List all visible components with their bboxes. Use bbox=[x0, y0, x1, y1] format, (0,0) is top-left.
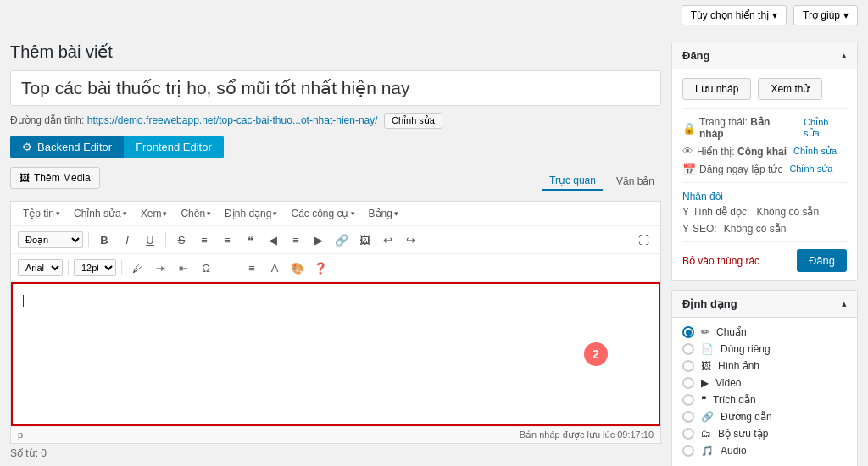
radio-audio[interactable] bbox=[682, 445, 694, 457]
bg-color-btn[interactable]: 🎨 bbox=[287, 258, 308, 278]
format-bosuutap-icon: 🗂 bbox=[701, 428, 711, 440]
menu-file[interactable]: Tệp tin ▾ bbox=[18, 205, 65, 222]
trash-link[interactable]: Bỏ vào thùng rác bbox=[682, 255, 760, 267]
menu-table[interactable]: Bảng ▾ bbox=[364, 205, 403, 222]
format-box: Định dạng ▴ ✏ Chuẩn 📄 Dùng riêng 🖼 Hìn bbox=[671, 290, 858, 466]
publish-box-content: Lưu nháp Xem thử 🔒 Trang thái: Bản nháp … bbox=[672, 69, 857, 280]
add-media-icon: 🖼 bbox=[19, 172, 30, 184]
post-title-input[interactable] bbox=[10, 70, 661, 106]
radio-hinhanh[interactable] bbox=[682, 360, 694, 372]
paragraph-select[interactable]: Đoạn Tiêu đề 1 Tiêu đề 2 Tiêu đề 3 bbox=[18, 231, 83, 248]
format-audio[interactable]: 🎵 Audio bbox=[682, 445, 847, 457]
radio-dungrieng[interactable] bbox=[682, 343, 694, 355]
font-size-select[interactable]: 12pt bbox=[74, 259, 116, 276]
format-bosuutap-label: Bộ sưu tập bbox=[718, 428, 768, 440]
status-text: Trang thái: Bản nháp bbox=[699, 116, 797, 140]
menu-insert[interactable]: Chèn ▾ bbox=[175, 205, 216, 222]
seo-meta: Y SEO: Không có sẵn bbox=[682, 223, 847, 235]
help-label: Trợ giúp bbox=[803, 9, 840, 21]
backend-editor-btn[interactable]: ⚙ Backend Editor bbox=[10, 136, 124, 158]
chevron-down-icon: ▾ bbox=[273, 209, 277, 218]
display-options-btn[interactable]: Tùy chọn hiển thị ▾ bbox=[682, 5, 787, 25]
chevron-down-icon: ▾ bbox=[163, 209, 167, 218]
indent-btn[interactable]: ⇥ bbox=[150, 258, 170, 278]
radio-chuan[interactable] bbox=[682, 326, 694, 338]
seo-label: SEO: bbox=[693, 223, 717, 235]
format-duongdan[interactable]: 🔗 Đường dẫn bbox=[682, 411, 847, 423]
calendar-icon: 📅 bbox=[682, 163, 696, 175]
outdent-btn[interactable]: ⇤ bbox=[173, 258, 193, 278]
menu-tools[interactable]: Các công cụ ▾ bbox=[286, 205, 359, 222]
permalink-url[interactable]: https://demo.freewebapp.net/top-cac-bai-… bbox=[87, 114, 378, 126]
format-toolbar-btn[interactable]: 🖊 bbox=[127, 258, 147, 278]
seo-value: Không có sẵn bbox=[724, 223, 787, 235]
align-right-btn[interactable]: ▶ bbox=[309, 230, 329, 250]
nhando-link[interactable]: Nhân đôi bbox=[682, 191, 723, 202]
hr-btn[interactable]: — bbox=[219, 258, 239, 278]
visibility-text: Hiển thị: Công khai bbox=[697, 146, 787, 158]
chevron-down-icon: ▾ bbox=[772, 9, 777, 21]
ol-list-btn[interactable]: ≡ bbox=[217, 230, 237, 250]
format-duongdan-icon: 🔗 bbox=[701, 411, 714, 423]
menu-edit[interactable]: Chỉnh sửa ▾ bbox=[69, 205, 132, 222]
radio-trichdan[interactable] bbox=[682, 394, 694, 406]
frontend-editor-btn[interactable]: Frontend Editor bbox=[124, 136, 224, 158]
radio-bosuutap[interactable] bbox=[682, 428, 694, 440]
font-select[interactable]: Arial bbox=[18, 259, 63, 276]
editor-content[interactable]: 2 bbox=[11, 282, 660, 426]
special-char-btn[interactable]: Ω bbox=[196, 258, 216, 278]
italic-btn[interactable]: I bbox=[117, 230, 137, 250]
align-center-btn[interactable]: ≡ bbox=[286, 230, 306, 250]
schedule-edit-link[interactable]: Chỉnh sửa bbox=[789, 164, 832, 175]
divider bbox=[682, 182, 847, 183]
format-dungrieng-icon: 📄 bbox=[701, 343, 714, 355]
format-trichdан[interactable]: ❝ Trích dẫn bbox=[682, 394, 847, 406]
page-title: Thêm bài viết bbox=[10, 42, 661, 62]
undo-btn[interactable]: ↩ bbox=[377, 230, 398, 250]
status-edit-link[interactable]: Chỉnh sửa bbox=[804, 117, 847, 139]
seo-icon: Y bbox=[682, 223, 689, 235]
font-color-btn[interactable]: A bbox=[264, 258, 285, 278]
text-view-btn[interactable]: Văn bản bbox=[609, 172, 661, 191]
blockquote-btn[interactable]: ❝ bbox=[240, 230, 260, 250]
menu-format[interactable]: Định dạng ▾ bbox=[220, 205, 282, 222]
redo-btn[interactable]: ↪ bbox=[400, 230, 420, 250]
radio-duongdan[interactable] bbox=[682, 411, 694, 423]
format-bosuutap[interactable]: 🗂 Bộ sưu tập bbox=[682, 428, 847, 440]
image-insert-btn[interactable]: 🖼 bbox=[354, 230, 375, 250]
align-justify-btn[interactable]: ≡ bbox=[242, 258, 262, 278]
menu-view[interactable]: Xem ▾ bbox=[136, 205, 173, 222]
ul-list-btn[interactable]: ≡ bbox=[194, 230, 214, 250]
link-btn[interactable]: 🔗 bbox=[331, 230, 352, 250]
visual-view-btn[interactable]: Trực quan bbox=[542, 172, 603, 191]
radio-video[interactable] bbox=[682, 377, 694, 389]
help-toolbar-btn[interactable]: ❓ bbox=[310, 258, 331, 278]
format-chuan[interactable]: ✏ Chuẩn bbox=[682, 326, 847, 338]
chevron-down-icon: ▾ bbox=[123, 209, 127, 218]
publish-btn[interactable]: Đăng bbox=[797, 249, 847, 272]
chevron-down-icon: ▾ bbox=[843, 9, 849, 21]
format-box-header[interactable]: Định dạng ▴ bbox=[672, 291, 857, 318]
format-video[interactable]: ▶ Video bbox=[682, 377, 847, 389]
format-dungrieng[interactable]: 📄 Dùng riêng bbox=[682, 343, 847, 355]
preview-btn[interactable]: Xem thử bbox=[758, 78, 822, 100]
permalink-edit-btn[interactable]: Chỉnh sửa bbox=[384, 113, 442, 129]
align-left-btn[interactable]: ◀ bbox=[263, 230, 283, 250]
publish-box-header[interactable]: Đăng ▴ bbox=[672, 42, 857, 69]
underline-btn[interactable]: U bbox=[140, 230, 160, 250]
visibility-edit-link[interactable]: Chỉnh sửa bbox=[793, 146, 837, 157]
step-indicator: 2 bbox=[584, 342, 608, 366]
readability-meta: Y Tính dễ đọc: Không có sẵn bbox=[682, 206, 847, 218]
toolbar-row-1: Đoạn Tiêu đề 1 Tiêu đề 2 Tiêu đề 3 B I U… bbox=[11, 226, 660, 254]
format-audio-icon: 🎵 bbox=[701, 445, 714, 457]
format-hinhanh[interactable]: 🖼 Hình ảnh bbox=[682, 360, 847, 372]
top-bar: Tùy chọn hiển thị ▾ Trợ giúp ▾ bbox=[0, 0, 868, 31]
divider bbox=[682, 241, 847, 242]
add-media-btn[interactable]: 🖼 Thêm Media bbox=[10, 167, 100, 189]
strikethrough-btn[interactable]: S bbox=[171, 230, 192, 250]
help-btn[interactable]: Trợ giúp ▾ bbox=[793, 5, 858, 25]
editor-view-toggle: Trực quan Văn bản bbox=[542, 172, 661, 191]
save-draft-btn[interactable]: Lưu nháp bbox=[682, 78, 751, 100]
bold-btn[interactable]: B bbox=[94, 230, 114, 250]
fullscreen-btn[interactable]: ⛶ bbox=[633, 230, 654, 250]
